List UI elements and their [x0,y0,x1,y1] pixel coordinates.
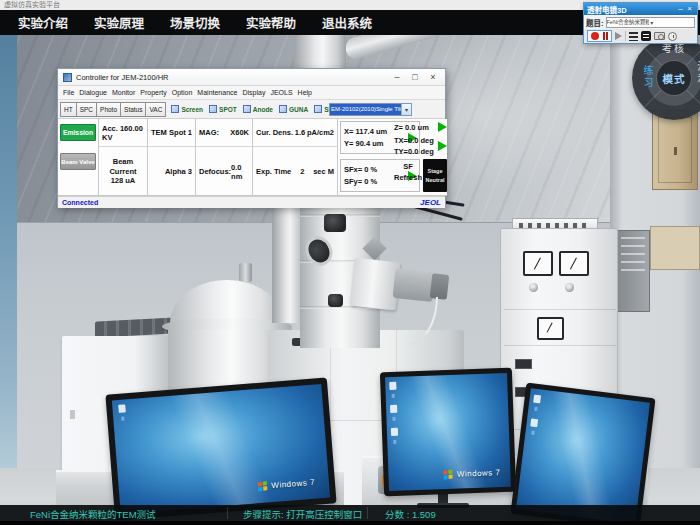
script-icon[interactable] [641,31,651,41]
monitor-left[interactable]: Windows 7 [105,377,336,520]
beam-current: Beam Current 128 uA [99,147,147,196]
score: 分数 : 1.509 [385,507,436,521]
menu-intro[interactable]: 实验介绍 [18,13,68,32]
jeol-logo: JEOL [420,198,441,207]
controller-window[interactable]: Controller for JEM-2100/HR – □ × File Di… [57,68,446,207]
stage-tilt-go-icon[interactable] [438,141,447,151]
record-icon[interactable] [591,32,599,40]
stage-tx: TX=0.0 deg [394,135,435,146]
tem-knob[interactable] [328,294,343,307]
menu-monitor[interactable]: Monitor [112,89,135,96]
bottom-strip [0,521,700,525]
maximize-button[interactable]: □ [408,72,422,82]
menu-jeols[interactable]: JEOLS [270,89,292,96]
menu-property[interactable]: Property [140,89,166,96]
menu-display[interactable]: Display [242,89,265,96]
recorder-toolbar [584,29,697,43]
guna-toggle[interactable]: GUNA [279,105,308,113]
screen-icon [171,105,179,113]
clock-icon[interactable] [668,32,677,41]
tem-column-top[interactable] [294,35,346,68]
grid-col-stage: X= 117.4 um Y= 90.4 um Z= 0.0 um TX=0.0 … [337,119,447,196]
monitor-middle-screen[interactable]: Windows 7 [385,373,511,491]
anode-toggle[interactable]: Anode [243,105,273,113]
vac-button[interactable]: VAC [145,102,166,117]
monitor-right[interactable] [510,383,655,525]
minimize-button[interactable]: – [390,72,404,82]
topic-row: 题目: FeNi合金纳米颗粒的TEM测试 ▾ [584,15,697,29]
app-title: 虚拟仿真实验平台 [4,1,60,8]
play-icon[interactable] [615,32,622,40]
windows-flag-icon [258,481,268,492]
chevron-down-icon[interactable]: ▾ [401,104,411,115]
goniometer-box[interactable] [350,258,401,311]
menu-exit[interactable]: 退出系统 [322,13,372,32]
menu-file[interactable]: File [63,89,74,96]
defocus-value: 0.0 nm [231,163,249,181]
spc-button[interactable]: SPC [76,102,97,117]
menu-scene-switch[interactable]: 场景切换 [170,13,220,32]
stage-z-row: Z= 0.0 um [394,122,447,132]
mode-practice[interactable]: 练习 [640,65,655,89]
monitor-right-screen[interactable] [516,388,650,524]
stage-neutral-button[interactable]: Stage Neutral [423,159,447,192]
wall-cabinet[interactable] [652,110,698,190]
camera-panel-titlebar[interactable]: 透射电镜3D – × [584,3,697,15]
wall-left-blue-strip [0,35,17,472]
jeol-app-icon [63,73,72,82]
controller-readout-grid: Emission Beam Valve Acc. 160.00 KV Beam … [58,119,447,196]
screen-toggle[interactable]: Screen [171,105,203,113]
menu-dialogue[interactable]: Dialogue [79,89,107,96]
monitor-left-screen[interactable]: Windows 7 [112,384,330,514]
close-button[interactable]: × [426,72,440,82]
pause-icon[interactable] [603,32,608,40]
exposure-time-value: 2 [300,167,304,176]
tem-knob[interactable] [324,214,346,232]
playlist-icon[interactable] [629,32,638,41]
analog-gauge [537,317,564,340]
defocus-label: Defocus: [199,167,231,176]
stage-z: Z= 0.0 um [394,123,435,132]
desktop-icon [530,418,538,427]
desktop-icon [389,382,396,390]
holder-selector[interactable]: EM-20102(2010)Single Tilt Holder ▾ [329,103,412,116]
current-density-label: Cur. Dens. [256,128,293,137]
panel-close-button[interactable]: × [685,4,694,14]
guna-icon [279,105,287,113]
exposure-time-label: Exp. Time [256,167,291,176]
panel-minimize-button[interactable]: – [676,4,685,14]
controller-statusbar: Connected JEOL [58,196,445,208]
grid-col-buttons: Emission Beam Valve [58,119,98,196]
emission-button[interactable]: Emission [60,124,96,141]
spot-toggle[interactable]: SPOT [209,105,237,113]
bottom-statusbar: FeNi合金纳米颗粒的TEM测试 步骤提示: 打开高压控制窗口 分数 : 1.5… [0,505,700,521]
camera-icon[interactable] [654,32,665,40]
beam-valve-button[interactable]: Beam Valve [60,153,96,170]
mode-hub[interactable]: 模式 [656,60,692,96]
panel-knob[interactable] [565,283,574,292]
menu-principle[interactable]: 实验原理 [94,13,144,32]
stage-z-go-icon[interactable] [438,122,447,132]
ht-button[interactable]: HT [60,102,77,117]
controller-titlebar[interactable]: Controller for JEM-2100/HR – □ × [58,69,445,86]
menu-help-ctrl[interactable]: Help [298,89,312,96]
electrical-panel [616,230,650,312]
exposure-time-unit: sec M [313,167,334,176]
controller-title: Controller for JEM-2100/HR [76,73,386,82]
wall-box [650,226,700,270]
mag-label: MAG: [199,128,219,137]
panel-knob[interactable] [529,283,538,292]
photo-button[interactable]: Photo [96,102,121,117]
grid-col-mag: MAG: X60K Defocus: 0.0 nm [195,119,252,196]
topic-dropdown[interactable]: FeNi合金纳米颗粒的TEM测试 ▾ [606,17,696,28]
specimen-holder-cap[interactable] [430,273,450,300]
monitor-middle[interactable]: Windows 7 [380,368,516,497]
current-density-value: 1.6 [295,128,305,137]
menu-option[interactable]: Option [172,89,193,96]
camera-panel[interactable]: 透射电镜3D – × 题目: FeNi合金纳米颗粒的TEM测试 ▾ [583,2,698,44]
menu-maintenance[interactable]: Maintenance [197,89,237,96]
status-button[interactable]: Status [120,102,146,117]
mode-demo[interactable]: 演示 [694,61,700,85]
menu-help[interactable]: 实验帮助 [246,13,296,32]
anode-icon [243,105,251,113]
